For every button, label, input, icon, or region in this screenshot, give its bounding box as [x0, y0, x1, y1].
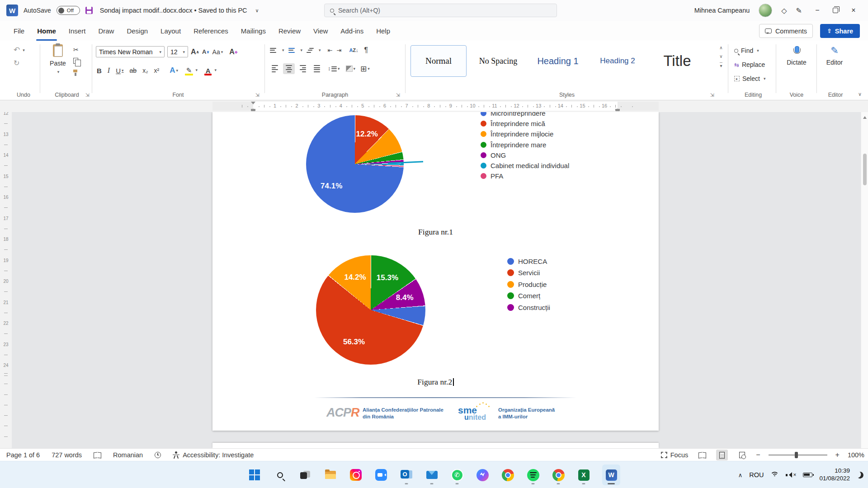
right-indent-marker-base[interactable]: [615, 109, 620, 111]
find-button[interactable]: Find: [741, 47, 753, 54]
title-chevron-icon[interactable]: ∨: [255, 8, 259, 14]
bullets-button[interactable]: [270, 47, 277, 54]
zoom-in-button[interactable]: +: [835, 451, 840, 459]
figure-2-caption[interactable]: Figura nr.2: [212, 377, 659, 387]
language-status[interactable]: Romanian: [113, 451, 143, 459]
font-size-select[interactable]: 12▾: [167, 46, 188, 57]
style-no-spacing[interactable]: No Spacing: [470, 45, 526, 77]
sort-button[interactable]: AZ↓: [349, 47, 358, 53]
document-page-1[interactable]: 12.2%74.1% MicroîntreprindereÎntreprinde…: [212, 112, 659, 431]
word-button[interactable]: W: [602, 465, 620, 485]
vertical-scrollbar[interactable]: [861, 112, 868, 448]
chrome-button[interactable]: [501, 465, 514, 485]
save-icon[interactable]: [85, 7, 93, 14]
underline-button[interactable]: U▾: [116, 67, 123, 75]
tab-design[interactable]: Design: [120, 21, 154, 41]
read-mode-button[interactable]: [696, 450, 708, 460]
multilevel-list-button[interactable]: [307, 47, 314, 54]
paste-button[interactable]: Paste ▾: [47, 44, 69, 74]
font-color-button[interactable]: A▾: [203, 65, 212, 76]
scroll-up-icon[interactable]: [863, 114, 867, 119]
styles-dialog-launcher[interactable]: ⇲: [710, 92, 714, 98]
align-center-button[interactable]: [283, 63, 295, 74]
pilcrow-button[interactable]: ¶: [364, 46, 368, 54]
tray-expand-icon[interactable]: ∧: [738, 472, 743, 479]
subscript-button[interactable]: x₂: [142, 67, 148, 74]
print-layout-button[interactable]: [716, 450, 728, 460]
document-page-2[interactable]: [212, 443, 659, 448]
file-explorer-button[interactable]: [324, 465, 337, 485]
zoom-slider[interactable]: [769, 455, 827, 455]
search-input[interactable]: Search (Alt+Q): [324, 4, 557, 17]
outlook-button[interactable]: [400, 465, 413, 485]
tab-review[interactable]: Review: [272, 21, 307, 41]
focus-button[interactable]: Focus: [661, 451, 689, 459]
battery-icon[interactable]: [803, 473, 812, 477]
zoom-out-button[interactable]: −: [756, 451, 760, 459]
tab-view[interactable]: View: [307, 21, 334, 41]
spotify-button[interactable]: [526, 465, 540, 485]
start-button[interactable]: [248, 465, 261, 485]
minimize-button[interactable]: −: [811, 6, 824, 14]
keyboard-language[interactable]: ROU: [749, 471, 764, 479]
comments-button[interactable]: Comments: [759, 24, 813, 38]
replace-button[interactable]: Replace: [742, 61, 765, 68]
style-title[interactable]: Title: [649, 45, 705, 77]
vertical-ruler[interactable]: 12131415161718192021222324: [0, 112, 12, 448]
horizontal-ruler[interactable]: 12345678910111213141516: [0, 100, 868, 112]
numbering-button[interactable]: [288, 47, 296, 54]
tab-help[interactable]: Help: [370, 21, 396, 41]
wifi-icon[interactable]: [770, 472, 779, 479]
task-view-button[interactable]: [298, 465, 312, 485]
align-right-button[interactable]: [297, 63, 309, 74]
premium-diamond-icon[interactable]: ◇: [781, 6, 787, 15]
avatar[interactable]: [759, 4, 772, 17]
pie-chart-figure-1[interactable]: 12.2%74.1%: [306, 115, 404, 213]
focus-assist-moon-icon[interactable]: [856, 471, 864, 479]
grow-font-button[interactable]: A∧: [191, 48, 199, 56]
strikethrough-button[interactable]: ab: [130, 67, 137, 74]
format-painter-button[interactable]: [73, 70, 77, 76]
paragraph-dialog-launcher[interactable]: ⇲: [396, 92, 400, 98]
style-heading-2[interactable]: Heading 2: [590, 45, 646, 77]
font-name-select[interactable]: Times New Roman▾: [96, 46, 165, 57]
left-indent-marker[interactable]: [251, 109, 255, 111]
user-name[interactable]: Mihnea Campeanu: [694, 7, 750, 14]
document-title[interactable]: Sondaj impact modif..docx.docx • Saved t…: [100, 7, 247, 14]
clear-formatting-button[interactable]: A◆: [229, 48, 237, 56]
clock[interactable]: 10:39 01/08/2022: [819, 467, 850, 483]
coming-soon-pen-icon[interactable]: ✎: [796, 6, 802, 15]
change-case-button[interactable]: Aa▾: [212, 48, 223, 56]
text-effects-button[interactable]: A▾: [170, 66, 178, 75]
share-button[interactable]: ⇧ Share: [820, 24, 860, 38]
select-button[interactable]: Select: [742, 75, 760, 82]
tab-addins[interactable]: Add-ins: [334, 21, 370, 41]
word-logo-icon[interactable]: W: [6, 5, 18, 16]
tab-insert[interactable]: Insert: [62, 21, 92, 41]
font-dialog-launcher[interactable]: ⇲: [255, 92, 259, 98]
zoom-level[interactable]: 100%: [848, 451, 864, 459]
chrome-2-button[interactable]: [552, 465, 565, 485]
tab-references[interactable]: References: [187, 21, 235, 41]
restore-button[interactable]: [833, 8, 838, 13]
shrink-font-button[interactable]: A∨: [202, 48, 210, 55]
word-count[interactable]: 727 words: [52, 451, 82, 459]
proofing-icon[interactable]: [94, 452, 101, 458]
undo-button[interactable]: ↶: [14, 45, 20, 55]
collapse-ribbon-icon[interactable]: ∨: [858, 91, 862, 97]
tab-mailings[interactable]: Mailings: [235, 21, 272, 41]
borders-button[interactable]: ⊞▾: [360, 64, 370, 74]
pie-chart-figure-2[interactable]: 15.3%8.4%56.3%14.2%: [316, 255, 425, 365]
mail-button[interactable]: [425, 465, 439, 485]
figure-1-caption[interactable]: Figura nr.1: [212, 227, 659, 237]
styles-gallery-more[interactable]: ▾: [720, 62, 722, 68]
justify-button[interactable]: [311, 63, 323, 74]
cut-button[interactable]: ✂: [73, 46, 79, 53]
line-spacing-button[interactable]: ↕▾: [328, 65, 340, 72]
bold-button[interactable]: B: [97, 67, 102, 75]
scrollbar-thumb[interactable]: [863, 154, 867, 185]
superscript-button[interactable]: x²: [154, 67, 160, 74]
excel-button[interactable]: X: [577, 465, 590, 485]
page-count[interactable]: Page 1 of 6: [6, 451, 40, 459]
undo-dropdown-icon[interactable]: ▾: [23, 48, 25, 52]
